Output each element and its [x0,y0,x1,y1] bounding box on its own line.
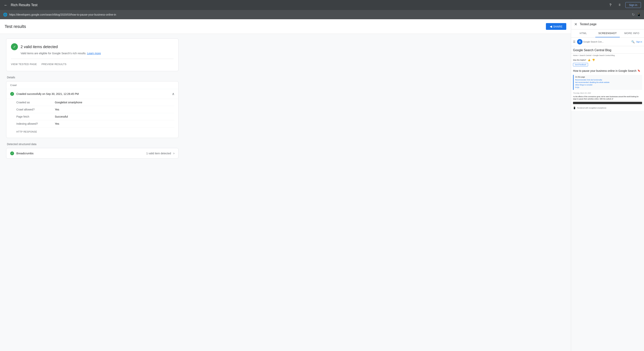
crawl-label-crawled-as: Crawled as [16,101,55,104]
apps-icon: ⠿ [618,4,621,7]
apps-button[interactable]: ⠿ [616,2,623,9]
screenshot-frame: ☰ G Google Search Cen... 🔍 Sign in Googl… [571,38,644,111]
help-icon: ? [610,3,611,7]
panel-title: Tested page [580,23,596,26]
sim-search-icon: 🔍 [631,40,634,43]
page-title: Test results [4,24,26,29]
sim-bottom-label: Rendered with Googlebot smartphone [577,107,606,109]
sim-feedback-area: Was this helpful? 👍 👎 Send feedback [571,57,644,68]
sim-bookmark-icon: 🔖 [638,69,640,72]
mobile-icon-button[interactable]: 📱 [637,13,641,17]
sim-body-text: As the effects of the coronavirus grow, … [571,95,644,101]
crawl-label-crawl-allowed: Crawl allowed? [16,108,55,111]
sign-in-button[interactable]: Sign in [625,2,641,8]
learn-more-link[interactable]: Learn more [87,52,101,55]
crawl-detail-row-0: Crawled as Googlebot smartphone [16,99,174,106]
sim-send-feedback-button[interactable]: Send feedback [573,63,588,66]
crawl-detail-row-2: Page fetch Successful [16,113,174,120]
content-header: Test results ◀ SHARE [0,19,571,34]
crawl-detail-row-1: Crawl allowed? Yes [16,106,174,113]
crawl-details: Crawled as Googlebot smartphone Crawl al… [6,99,178,138]
sim-hamburger-icon: ☰ [573,40,576,43]
sim-toc: On this page Recommended: limit site fun… [573,75,642,90]
http-response-button[interactable]: HTTP RESPONSE [16,129,37,135]
sim-article-title: How to pause your business online in Goo… [571,68,644,74]
sim-thumbup-icon: 👍 [588,59,590,61]
valid-title: 2 valid items detected [20,45,58,49]
url-bar: 🌐 ↻ 📱 [0,10,644,19]
refresh-button[interactable]: ↻ [632,13,635,17]
valid-subtitle: Valid items are eligible for Google Sear… [20,52,174,55]
valid-check-icon: ✓ [11,43,18,50]
breadcrumbs-check-icon: ✓ [10,151,14,155]
sim-thumbdown-icon: 👎 [592,59,595,61]
panel-screenshot-content: ☰ G Google Search Cen... 🔍 Sign in Googl… [571,38,644,351]
main-layout: Test results ◀ SHARE ✓ 2 valid items det… [0,19,644,351]
crawl-check-icon: ✓ [10,92,14,96]
share-button[interactable]: ◀ SHARE [546,23,566,30]
sim-breadcrumb: Home > Search Central > Google Search Ce… [571,54,644,57]
url-input[interactable] [9,13,630,16]
sim-sign-in-label: Sign in [636,41,642,43]
globe-icon: 🌐 [3,13,7,17]
sim-phone-icon: 📱 [573,107,576,109]
valid-header: ✓ 2 valid items detected [11,43,174,50]
card-actions: VIEW TESTED PAGE PREVIEW RESULTS [11,59,174,66]
panel-header: ✕ Tested page [571,19,644,30]
sim-logo-text: Google Search Cen... [583,41,604,43]
crawl-label-page-fetch: Page fetch [16,115,55,118]
right-panel: ✕ Tested page HTML SCREENSHOT MORE INFO [571,19,644,351]
top-nav: ← Rich Results Test ? ⠿ Sign in [0,0,644,10]
share-label: SHARE [553,25,562,28]
panel-tabs: HTML SCREENSHOT MORE INFO [571,30,644,38]
crawl-value-indexing-allowed: Yes [55,122,59,125]
breadcrumbs-count: 1 valid item detected [146,152,171,155]
app-title: Rich Results Test [11,3,38,7]
sim-toc-item-0: Recommended: limit site functionality [575,79,640,81]
panel-close-button[interactable]: ✕ [574,22,578,27]
crawl-value-crawled-as: Googlebot smartphone [55,101,82,104]
help-button[interactable]: ? [607,2,614,9]
sim-bottom-bar: 📱 Rendered with Googlebot smartphone [571,105,644,111]
crawl-label-indexing-allowed: Indexing allowed? [16,122,55,125]
sim-logo-g: G [577,39,582,45]
http-response-area: HTTP RESPONSE [16,127,174,136]
crawl-card: Crawl ✓ Crawled successfully on Sep 30, … [6,81,178,138]
sim-date: Thursday, March 26, 2020 [571,91,644,95]
sim-top-bar: ☰ G Google Search Cen... 🔍 Sign in [571,38,644,46]
crawl-value-crawl-allowed: Yes [55,108,59,111]
details-label: Details [6,76,178,79]
view-tested-page-button[interactable]: VIEW TESTED PAGE [11,62,37,66]
inner-content: ✓ 2 valid items detected Valid items are… [0,34,185,163]
crawl-value-page-fetch: Successful [55,115,68,118]
sim-dark-bar [573,102,642,104]
sim-was-helpful-label: Was this helpful? [573,59,586,61]
sim-toc-item-3: FAQs [575,86,640,89]
sim-blog-title: Google Search Central Blog [571,46,644,54]
crawl-status-row: ✓ Crawled successfully on Sep 30, 2021, … [6,89,178,99]
breadcrumbs-row[interactable]: ✓ Breadcrumbs 1 valid item detected › [6,148,178,158]
tab-more-info[interactable]: MORE INFO [620,30,644,37]
simulated-page: ☰ G Google Search Cen... 🔍 Sign in Googl… [571,38,644,111]
tab-html[interactable]: HTML [571,30,595,37]
structured-data-card: ✓ Breadcrumbs 1 valid item detected › [6,148,178,159]
crawl-detail-row-3: Indexing allowed? Yes [16,120,174,127]
preview-results-button[interactable]: PREVIEW RESULTS [42,62,66,66]
expand-crawl-button[interactable]: ∧ [172,92,174,96]
sim-toc-title: On this page [575,76,640,78]
breadcrumbs-name: Breadcrumbs [16,152,144,155]
crawl-status: Crawled successfully on Sep 30, 2021, 12… [16,92,170,96]
result-card: ✓ 2 valid items detected Valid items are… [6,39,178,71]
structured-data-label: Detected structured data [6,143,178,146]
back-button[interactable]: ← [3,2,8,8]
tab-screenshot[interactable]: SCREENSHOT [595,30,620,37]
share-icon: ◀ [550,25,552,28]
close-icon: ✕ [574,22,578,27]
content-area: Test results ◀ SHARE ✓ 2 valid items det… [0,19,571,351]
sim-logo: G Google Search Cen... [577,39,604,45]
crawl-section-label: Crawl [6,81,178,89]
sim-toc-item-2: Other things to consider [575,84,640,86]
sim-toc-item-1: Not recommended: disabling the whole web… [575,81,640,84]
breadcrumbs-chevron-icon: › [173,151,174,155]
